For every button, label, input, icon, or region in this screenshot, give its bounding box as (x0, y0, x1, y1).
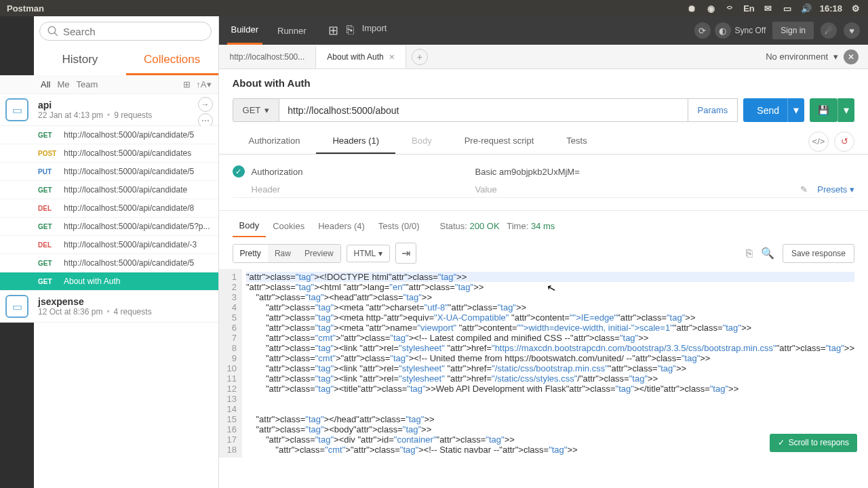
folder-icon: ▭ (5, 98, 28, 121)
header-enabled-check[interactable]: ✓ (233, 165, 245, 178)
save-button[interactable]: 💾 (810, 98, 837, 122)
chevron-down-icon: ▾ (378, 249, 382, 258)
sync-toggle[interactable]: ⟳ ◐ Sync Off (694, 22, 766, 39)
view-preview[interactable]: Preview (298, 245, 340, 262)
search-icon (47, 25, 59, 37)
request-item[interactable]: DELhttp://localhost:5000/api/candidate/8 (0, 199, 218, 218)
request-tabs: http://localhost:500...About with Auth× … (219, 45, 868, 69)
gear-icon[interactable]: ⚙ (850, 3, 861, 14)
collection-header[interactable]: ▭ jsexpense 12 Oct at 8:36 pm•4 requests (0, 291, 218, 323)
save-dropdown[interactable]: ▾ (837, 98, 854, 122)
add-tab-button[interactable]: + (412, 49, 428, 65)
response-status: Status: 200 OK Time: 34 ms (439, 221, 555, 231)
sidebar: History Collections All Me Team ⊞ ↑A▾ ▭ … (0, 16, 219, 488)
svg-point-0 (48, 26, 56, 34)
send-button[interactable]: Send (743, 98, 793, 122)
header-key[interactable]: Authorization (252, 167, 475, 177)
app-topbar: Builder Runner ⊞ ⎘ Import ⟳ ◐ Sync Off S… (219, 16, 868, 45)
cfg-tab-auth[interactable]: Authorization (233, 129, 317, 154)
user-avatar-icon: ◐ (715, 22, 731, 39)
request-tab[interactable]: http://localhost:500... (219, 46, 317, 68)
filter-all[interactable]: All (41, 79, 50, 89)
request-item[interactable]: GEThttp://localhost:5000/api/candidate/5 (0, 254, 218, 272)
view-pretty[interactable]: Pretty (233, 245, 268, 262)
import-label[interactable]: Import (362, 23, 387, 38)
battery-icon[interactable]: ▭ (782, 3, 793, 14)
cfg-tab-tests[interactable]: Tests (550, 129, 603, 154)
main-panel: Builder Runner ⊞ ⎘ Import ⟳ ◐ Sync Off S… (219, 16, 868, 488)
resp-tab-body[interactable]: Body (233, 215, 267, 237)
format-select[interactable]: HTML▾ (347, 245, 391, 262)
resp-tab-tests[interactable]: Tests (0/0) (372, 216, 427, 237)
header-key-input[interactable]: Header (252, 184, 475, 195)
sync-status-icon: ⟳ (694, 22, 711, 39)
wrap-toggle[interactable]: ⇥ (395, 243, 416, 264)
volume-icon[interactable]: 🔊 (801, 3, 812, 14)
clock[interactable]: 16:18 (820, 3, 842, 14)
send-dropdown[interactable]: ▾ (787, 98, 804, 122)
add-collection-icon[interactable]: ⊞ (183, 79, 191, 89)
collection-header[interactable]: ▭ api 22 Jan at 4:13 pm•9 requests→⋯ (0, 94, 218, 126)
header-value[interactable]: Basic am9objpkb2UxMjM= (475, 167, 854, 177)
search-box[interactable] (39, 22, 212, 41)
request-item[interactable]: POSThttp://localhost:5000/api/candidates (0, 144, 218, 163)
request-item[interactable]: GEThttp://localhost:5000/api/candidate (0, 181, 218, 199)
request-item[interactable]: GEThttp://localhost:5000/api/candidate/5… (0, 218, 218, 236)
mail-icon[interactable]: ✉ (763, 3, 774, 14)
code-icon[interactable]: </> (808, 131, 829, 152)
request-tab[interactable]: About with Auth× (316, 46, 406, 68)
save-response-button[interactable]: Save response (783, 244, 854, 263)
view-mode-segment[interactable]: Pretty Raw Preview (233, 244, 341, 263)
tab-history[interactable]: History (34, 46, 126, 75)
sort-icon[interactable]: ↑A▾ (196, 79, 211, 89)
notifications-icon[interactable]: ☄ (821, 22, 837, 39)
view-raw[interactable]: Raw (268, 245, 298, 262)
folder-icon: ▭ (5, 295, 28, 318)
request-item[interactable]: DELhttp://localhost:5000/api/candidate/-… (0, 236, 218, 254)
system-tray: ⏺ ◉ ⌔ En ✉ ▭ 🔊 16:18 ⚙ (686, 3, 861, 14)
filter-team[interactable]: Team (77, 79, 98, 89)
method-select[interactable]: GET ▾ (233, 98, 280, 122)
new-window-icon[interactable]: ⊞ (328, 23, 338, 38)
search-input[interactable] (63, 26, 204, 37)
params-button[interactable]: Params (688, 98, 738, 122)
resp-tab-headers[interactable]: Headers (4) (311, 216, 372, 237)
request-name: About with Auth (219, 69, 868, 92)
presets-dropdown[interactable]: Presets ▾ (817, 184, 854, 195)
share-icon[interactable]: → (198, 97, 213, 112)
edit-icon[interactable]: ✎ (800, 184, 808, 195)
svg-line-1 (54, 33, 58, 36)
signin-button[interactable]: Sign in (772, 22, 814, 39)
os-titlebar: Postman ⏺ ◉ ⌔ En ✉ ▭ 🔊 16:18 ⚙ (0, 0, 868, 16)
chrome-icon[interactable]: ◉ (705, 3, 716, 14)
header-value-input[interactable]: Value (475, 184, 801, 195)
resp-tab-cookies[interactable]: Cookies (266, 216, 311, 237)
request-item[interactable]: PUThttp://localhost:5000/api/candidate/5 (0, 163, 218, 181)
copy-icon[interactable]: ⎘ (746, 247, 753, 260)
chevron-down-icon: ▾ (264, 105, 269, 115)
cfg-tab-pre[interactable]: Pre-request script (448, 129, 551, 154)
cfg-tab-body[interactable]: Body (395, 129, 448, 154)
scroll-to-response[interactable]: Scroll to respons (770, 434, 857, 452)
env-quicklook-icon[interactable]: ✕ (844, 49, 859, 64)
reset-icon[interactable]: ↺ (834, 131, 854, 152)
wifi-icon[interactable]: ⌔ (724, 3, 735, 14)
tab-runner[interactable]: Runner (273, 18, 311, 44)
response-body[interactable]: 123456789101112131415161718 "attr">class… (219, 269, 868, 458)
tab-collections[interactable]: Collections (126, 46, 218, 75)
close-icon[interactable]: × (389, 52, 395, 62)
app-name: Postman (7, 3, 44, 14)
search-response-icon[interactable]: 🔍 (761, 247, 774, 260)
request-item[interactable]: GEThttp://localhost:5000/api/candidate/5 (0, 126, 218, 144)
request-item[interactable]: GETAbout with Auth (0, 272, 218, 291)
heart-icon[interactable]: ♥ (844, 22, 860, 39)
environment-select[interactable]: No environment (766, 52, 828, 62)
lang-indicator[interactable]: En (743, 3, 755, 14)
chevron-down-icon[interactable]: ▾ (833, 52, 838, 62)
record-icon[interactable]: ⏺ (686, 3, 697, 14)
filter-me[interactable]: Me (57, 79, 69, 89)
cfg-tab-headers[interactable]: Headers (1) (316, 129, 395, 154)
tab-builder[interactable]: Builder (227, 16, 262, 45)
url-input[interactable] (279, 98, 688, 122)
import-icon[interactable]: ⎘ (347, 23, 354, 38)
